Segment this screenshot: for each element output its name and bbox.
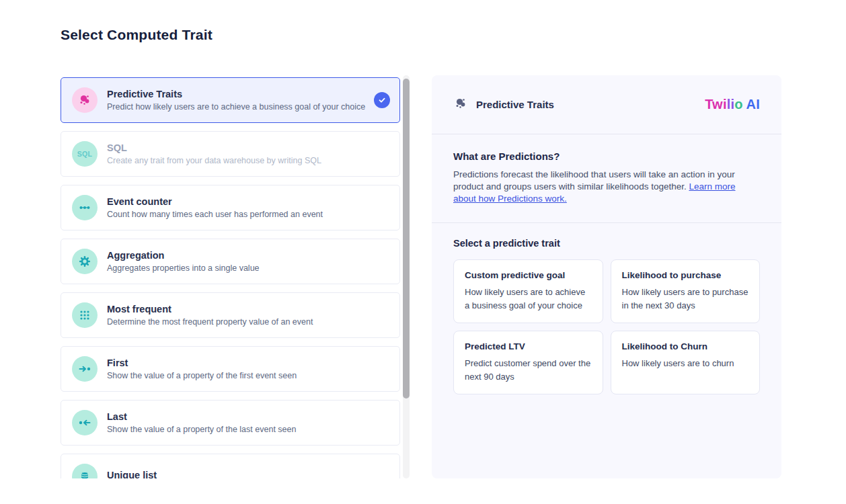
- card-description: Predict customer spend over the next 90 …: [465, 357, 592, 384]
- list-scrollbar-thumb[interactable]: [403, 79, 410, 398]
- predictive-trait-select-section: Select a predictive trait Custom predict…: [432, 223, 781, 409]
- trait-description: Create any trait from your data warehous…: [107, 156, 321, 165]
- trait-item-predictive-traits[interactable]: Predictive Traits Predict how likely use…: [61, 77, 400, 123]
- predictive-traits-detail-panel: Predictive Traits Twilio AI What are Pre…: [432, 75, 781, 478]
- card-likelihood-to-purchase[interactable]: Likelihood to purchase How likely users …: [611, 259, 761, 323]
- card-title: Likelihood to purchase: [622, 270, 749, 280]
- trait-title: Aggregation: [107, 250, 260, 261]
- twilio-ai-logo: Twilio AI: [705, 97, 760, 112]
- card-likelihood-to-churn[interactable]: Likelihood to Churn How likely users are…: [611, 331, 761, 394]
- gear-icon: [72, 249, 98, 274]
- card-title: Predicted LTV: [465, 341, 592, 351]
- sql-icon: SQL: [72, 141, 98, 167]
- trait-type-list: Predictive Traits Predict how likely use…: [61, 77, 400, 478]
- trait-title: SQL: [107, 142, 321, 153]
- trait-title: Predictive Traits: [107, 89, 365, 99]
- trait-description: Show the value of a property of the firs…: [107, 371, 297, 380]
- trait-item-unique-list[interactable]: Unique list: [61, 454, 400, 478]
- page-title: Select Computed Trait: [61, 27, 213, 43]
- card-predicted-ltv[interactable]: Predicted LTV Predict customer spend ove…: [453, 331, 603, 394]
- predictions-about-section: What are Predictions? Predictions foreca…: [432, 134, 781, 223]
- trait-title: Last: [107, 411, 296, 422]
- trait-title: Event counter: [107, 196, 323, 207]
- trait-title: Unique list: [107, 470, 157, 478]
- arrow-to-dot-icon: [72, 356, 98, 382]
- card-description: How likely users are to churn: [622, 357, 749, 370]
- selected-check-icon: [374, 92, 390, 108]
- list-scrollbar-track[interactable]: [403, 75, 410, 478]
- select-trait-heading: Select a predictive trait: [453, 238, 760, 249]
- panel-header: Predictive Traits Twilio AI: [432, 75, 781, 134]
- trait-title: Most frequent: [107, 304, 313, 314]
- trait-item-last[interactable]: Last Show the value of a property of the…: [61, 400, 400, 446]
- trait-item-sql: SQL SQL Create any trait from your data …: [61, 131, 400, 177]
- dot-grid-icon: [72, 302, 98, 328]
- card-description: How likely users are to purchase in the …: [622, 286, 749, 312]
- trait-title: First: [107, 358, 297, 368]
- trait-description: Aggregates properties into a single valu…: [107, 263, 260, 273]
- predictive-scatter-icon: [453, 96, 468, 114]
- about-body: Predictions forecast the likelihood that…: [453, 169, 760, 205]
- card-title: Likelihood to Churn: [622, 341, 749, 351]
- trait-item-first[interactable]: First Show the value of a property of th…: [61, 346, 400, 392]
- arrow-from-dot-icon: [72, 410, 98, 435]
- trait-item-most-frequent[interactable]: Most frequent Determine the most frequen…: [61, 292, 400, 338]
- trait-item-event-counter[interactable]: Event counter Count how many times each …: [61, 185, 400, 230]
- trait-description: Determine the most frequent property val…: [107, 317, 313, 327]
- card-title: Custom predictive goal: [465, 270, 592, 280]
- trait-description: Count how many times each user has perfo…: [107, 210, 323, 219]
- trait-description: Predict how likely users are to achieve …: [107, 102, 365, 112]
- predictive-scatter-icon: [72, 87, 98, 113]
- predictive-trait-card-grid: Custom predictive goal How likely users …: [453, 259, 760, 394]
- trait-item-aggregation[interactable]: Aggregation Aggregates properties into a…: [61, 239, 400, 284]
- about-heading: What are Predictions?: [453, 151, 760, 162]
- database-icon: [72, 464, 98, 478]
- card-description: How likely users are to achieve a busine…: [465, 286, 592, 312]
- card-custom-predictive-goal[interactable]: Custom predictive goal How likely users …: [453, 259, 603, 323]
- trait-description: Show the value of a property of the last…: [107, 425, 296, 434]
- panel-title: Predictive Traits: [476, 99, 554, 110]
- event-counter-dots-icon: [72, 195, 98, 220]
